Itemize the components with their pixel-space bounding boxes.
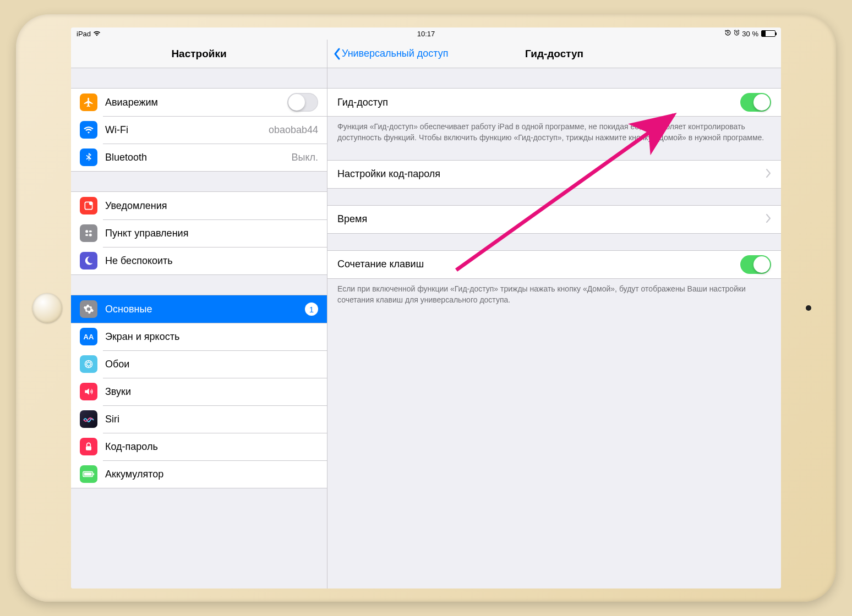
wifi-icon [93,30,101,37]
sidebar-item-label: Авиарежим [105,97,287,108]
svg-rect-10 [86,446,91,450]
svg-rect-13 [93,473,94,475]
general-badge: 1 [305,302,318,316]
alarm-icon [733,29,740,38]
sidebar-item-airplane[interactable]: Авиарежим [71,89,327,116]
status-bar: iPad 10:17 30 % [71,28,781,40]
sidebar-item-wallpaper[interactable]: Обои [71,350,327,378]
shortcut-description: Если при включенной функции «Гид-доступ»… [327,279,781,306]
gear-icon [80,300,97,318]
svg-rect-0 [728,32,729,34]
chevron-right-icon [766,169,771,179]
detail-header: Универсальный доступ Гид-доступ [327,40,781,68]
sidebar-item-dnd[interactable]: Не беспокоить [71,247,327,274]
clock: 10:17 [417,30,435,38]
sidebar-item-display[interactable]: AA Экран и яркость [71,323,327,350]
sidebar-item-sounds[interactable]: Звуки [71,378,327,405]
row-label: Гид-доступ [337,97,740,108]
sidebar-item-label: Аккумулятор [105,469,318,480]
battery-icon [761,30,775,37]
chevron-right-icon [766,214,771,224]
row-passcode-settings[interactable]: Настройки код-пароля [327,161,781,188]
row-time[interactable]: Время [327,206,781,233]
wifi-settings-icon [80,121,97,139]
airplane-icon [80,94,97,111]
bluetooth-value: Выкл. [291,152,318,163]
airplane-switch[interactable] [287,93,318,112]
sidebar-item-general[interactable]: Основные 1 [71,295,327,323]
tablet-bezel: iPad 10:17 30 % Настройки [16,14,836,602]
row-guided-access[interactable]: Гид-доступ [327,89,781,116]
sidebar-item-battery[interactable]: Аккумулятор [71,460,327,488]
sidebar-item-label: Основные [105,304,305,315]
sidebar-item-passcode[interactable]: Код-пароль [71,433,327,460]
sidebar-item-control-center[interactable]: Пункт управления [71,219,327,247]
svg-point-7 [89,234,92,237]
detail-scroll[interactable]: Гид-доступ Функция «Гид-доступ» обеспечи… [327,68,781,588]
sidebar-item-siri[interactable]: Siri [71,405,327,433]
sidebar-item-notifications[interactable]: Уведомления [71,192,327,219]
guided-access-switch[interactable] [740,93,771,112]
back-label: Универсальный доступ [342,48,449,59]
sidebar-item-label: Код-пароль [105,441,318,453]
row-label: Сочетание клавиш [337,258,740,270]
sidebar-item-label: Не беспокоить [105,255,318,267]
shortcut-switch[interactable] [740,255,771,274]
speaker-icon [80,383,97,400]
row-shortcut[interactable]: Сочетание клавиш [327,251,781,278]
row-label: Настройки код-пароля [337,168,766,180]
sidebar-item-label: Уведомления [105,200,318,212]
moon-icon [80,252,97,270]
detail-title: Гид-доступ [525,48,583,60]
display-icon: AA [80,328,97,345]
svg-rect-5 [89,230,92,232]
sidebar-item-label: Siri [105,414,318,425]
front-camera [806,305,811,311]
svg-point-4 [85,230,88,233]
wallpaper-icon [80,355,97,373]
sidebar-title: Настройки [71,40,327,68]
svg-point-3 [89,202,93,206]
svg-rect-6 [85,234,88,236]
sidebar-item-wifi[interactable]: Wi-Fi obaobab44 [71,116,327,144]
siri-icon [80,410,97,428]
sidebar-item-bluetooth[interactable]: Bluetooth Выкл. [71,144,327,171]
detail-pane: Универсальный доступ Гид-доступ Гид-дост… [327,40,781,588]
sidebar-item-label: Bluetooth [105,152,291,163]
notifications-icon [80,197,97,215]
battery-settings-icon [80,465,97,483]
sidebar-scroll[interactable]: Авиарежим Wi-Fi obaobab44 [71,68,327,588]
settings-sidebar: Настройки Авиарежим [71,40,327,588]
device-label: iPad [77,30,91,38]
svg-rect-12 [84,472,92,476]
sidebar-item-label: Звуки [105,386,318,398]
chevron-left-icon [333,48,341,60]
sidebar-item-label: Экран и яркость [105,331,318,343]
back-button[interactable]: Универсальный доступ [333,48,449,60]
control-center-icon [80,224,97,242]
rotation-lock-icon [724,29,731,38]
guided-access-description: Функция «Гид-доступ» обеспечивает работу… [327,117,781,144]
battery-pct: 30 % [742,30,758,38]
sidebar-item-label: Обои [105,359,318,370]
home-button[interactable] [32,293,62,323]
lock-icon [80,438,97,455]
row-label: Время [337,213,766,225]
bluetooth-icon [80,148,97,166]
sidebar-item-label: Пункт управления [105,228,318,239]
svg-point-9 [87,362,91,366]
sidebar-item-label: Wi-Fi [105,124,269,136]
wifi-network-value: obaobab44 [269,124,318,136]
screen: iPad 10:17 30 % Настройки [71,28,781,588]
